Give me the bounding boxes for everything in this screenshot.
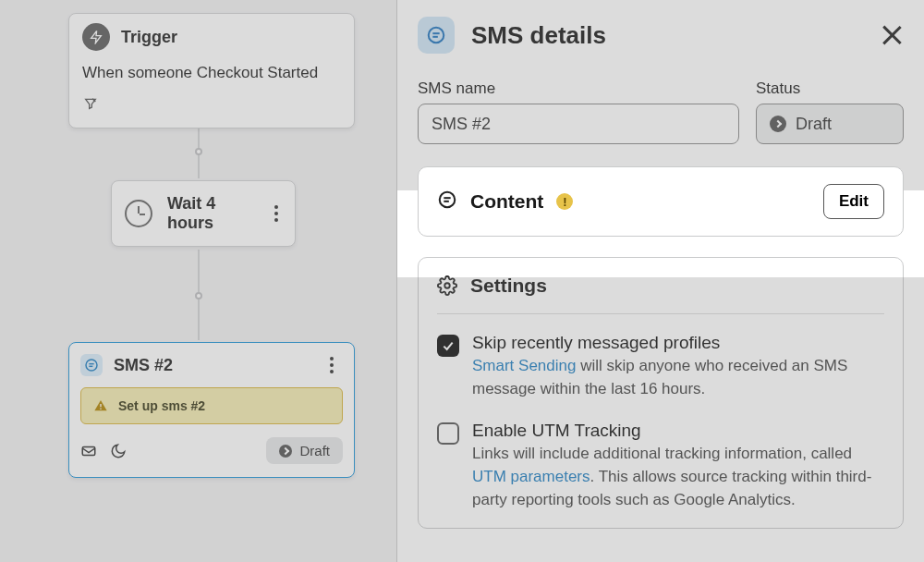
clock-icon xyxy=(125,200,152,227)
wait-menu-button[interactable] xyxy=(265,205,287,222)
trigger-description: When someone Checkout Started xyxy=(82,64,341,82)
sms-menu-button[interactable] xyxy=(321,357,343,373)
sms-alert-text: Set up sms #2 xyxy=(118,398,205,413)
envelope-icon[interactable] xyxy=(80,443,97,459)
lightning-icon xyxy=(82,23,110,51)
sms-setup-alert[interactable]: Set up sms #2 xyxy=(80,387,343,424)
settings-title: Settings xyxy=(470,275,547,297)
edit-content-button[interactable]: Edit xyxy=(823,184,884,219)
content-title: Content xyxy=(470,190,543,213)
sms-name-input[interactable] xyxy=(418,104,739,144)
svg-point-10 xyxy=(440,192,456,208)
utm-checkbox[interactable] xyxy=(437,422,459,445)
content-section: Content ! Edit xyxy=(418,166,904,237)
sms-card-title: SMS #2 xyxy=(114,356,321,375)
wait-card[interactable]: Wait 4 hours xyxy=(111,180,296,247)
status-value: Draft xyxy=(796,115,832,134)
skip-recent-description: Smart Sending will skip anyone who recei… xyxy=(472,355,884,400)
sms-name-label: SMS name xyxy=(418,79,739,98)
flow-canvas: Trigger When someone Checkout Started Wa… xyxy=(0,0,397,562)
content-warning-icon: ! xyxy=(556,193,573,210)
sms-details-panel: SMS details SMS name Status Draft Conten… xyxy=(397,0,924,562)
svg-point-13 xyxy=(444,283,450,288)
add-node-dot[interactable] xyxy=(195,148,202,155)
svg-point-7 xyxy=(429,28,444,43)
settings-section: Settings Skip recently messaged profiles… xyxy=(418,257,904,529)
skip-recent-title: Skip recently messaged profiles xyxy=(472,333,884,353)
svg-rect-6 xyxy=(82,446,95,455)
svg-point-1 xyxy=(86,360,97,371)
trigger-title: Trigger xyxy=(121,28,177,47)
sms-icon xyxy=(80,354,103,376)
draft-status-icon xyxy=(770,116,786,132)
close-button[interactable] xyxy=(880,23,904,47)
sms-card[interactable]: SMS #2 Set up sms #2 Draft xyxy=(68,342,355,478)
panel-title: SMS details xyxy=(471,21,880,50)
moon-icon[interactable] xyxy=(110,443,127,459)
sms-status-text: Draft xyxy=(299,443,330,458)
svg-rect-4 xyxy=(100,404,101,407)
add-node-dot[interactable] xyxy=(195,292,202,299)
sms-status-badge: Draft xyxy=(266,437,343,464)
utm-title: Enable UTM Tracking xyxy=(472,421,884,441)
draft-status-icon xyxy=(279,445,292,458)
status-display: Draft xyxy=(756,104,904,144)
warning-icon xyxy=(92,397,109,414)
skip-recent-option[interactable]: Skip recently messaged profiles Smart Se… xyxy=(437,333,884,400)
wait-label: Wait 4 hours xyxy=(167,194,265,233)
filter-icon xyxy=(82,95,99,112)
status-label: Status xyxy=(756,79,904,98)
smart-sending-link[interactable]: Smart Sending xyxy=(472,357,576,374)
sms-icon xyxy=(418,17,455,54)
trigger-card[interactable]: Trigger When someone Checkout Started xyxy=(68,13,355,128)
utm-tracking-option[interactable]: Enable UTM Tracking Links will include a… xyxy=(437,421,884,511)
content-icon xyxy=(437,189,457,214)
gear-icon xyxy=(437,275,457,296)
utm-description: Links will include additional tracking i… xyxy=(472,443,884,511)
svg-rect-5 xyxy=(100,409,101,409)
skip-recent-checkbox[interactable] xyxy=(437,335,459,357)
utm-parameters-link[interactable]: UTM parameters xyxy=(472,468,590,485)
